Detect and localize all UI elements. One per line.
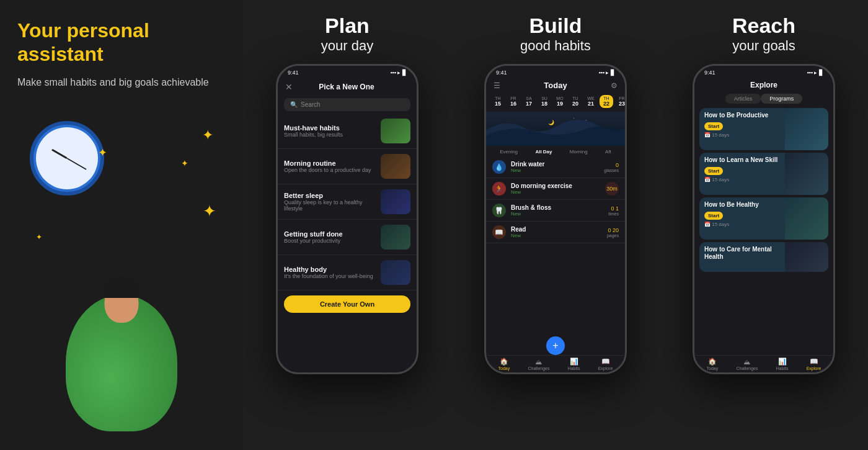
- sparkle-5: ✦: [36, 233, 42, 241]
- habit-item-4[interactable]: Healthy body It's the foundation of your…: [278, 255, 417, 290]
- habit-item-0[interactable]: Must-have habits Small habits, big resul…: [278, 114, 417, 149]
- date-cell-22[interactable]: TH22: [600, 95, 613, 108]
- phone2-content: ✕ Pick a New One 🔍 Search Must-have habi…: [278, 76, 417, 313]
- habit-name-4: Healthy body: [284, 266, 381, 273]
- exercise-new: New: [511, 189, 605, 195]
- close-icon[interactable]: ✕: [285, 82, 293, 92]
- date-cell-21[interactable]: WE21: [584, 95, 598, 108]
- signal-3: ▪▪▪ ▸ ▊: [598, 70, 615, 76]
- date-cell-15[interactable]: TH15: [491, 95, 505, 108]
- panel2-small: your day: [321, 38, 373, 54]
- date-cell-18[interactable]: SU18: [538, 95, 551, 108]
- nav-item-today[interactable]: 🏠Today: [498, 358, 510, 371]
- water-icon: 💧: [492, 160, 506, 174]
- nav-item-4-challenges[interactable]: ⛰Challenges: [736, 358, 758, 371]
- filter-evening[interactable]: Evening: [500, 149, 518, 155]
- habit-desc-3: Boost your productivity: [284, 238, 381, 244]
- search-bar[interactable]: 🔍 Search: [284, 98, 410, 111]
- nav-item-4-habits[interactable]: 📊Habits: [776, 358, 789, 371]
- water-count: 0: [604, 162, 619, 168]
- nav-item-habits[interactable]: 📊Habits: [568, 358, 580, 371]
- water-name: Drink water: [511, 161, 604, 168]
- habit-thumb-3: [381, 225, 410, 250]
- tab-articles[interactable]: Articles: [725, 94, 761, 104]
- signal-4: ▪▪▪ ▸ ▊: [807, 70, 823, 76]
- program-card-1[interactable]: How to Learn a New Skill Start 📅 15 days: [699, 153, 828, 195]
- read-new: New: [511, 233, 607, 238]
- time-4: 9:41: [704, 70, 715, 76]
- menu-icon[interactable]: ☰: [494, 81, 500, 90]
- date-row: TH15FR16SA17SU18MO19TU20WE21TH22FR23: [486, 92, 625, 110]
- svg-text:˄: ˄: [585, 120, 587, 124]
- panel3-big: Build: [520, 14, 591, 38]
- panel-build: Build good habits 9:41 ▪▪▪ ▸ ▊ ☰ Today ⚙…: [451, 0, 660, 450]
- habit-row-water[interactable]: 💧 Drink water New 0 glasses: [486, 156, 625, 178]
- prog-title-2: How to Be Healthy: [704, 201, 780, 209]
- signal-2: ▪▪▪ ▸ ▊: [390, 70, 407, 76]
- svg-text:🌙: 🌙: [548, 119, 554, 125]
- date-cell-20[interactable]: TU20: [569, 95, 582, 108]
- time-3: 9:41: [496, 70, 507, 76]
- prog-title-1: How to Learn a New Skill: [704, 156, 780, 164]
- program-card-0[interactable]: How to Be Productive Start 📅 15 days: [699, 108, 828, 150]
- date-cell-16[interactable]: FR16: [507, 95, 520, 108]
- panel-plan: Plan your day 9:41 ▪▪▪ ▸ ▊ ✕ Pick a New …: [243, 0, 451, 450]
- explore-tabs: Articles Programs: [694, 92, 833, 106]
- clock-icon: [30, 121, 104, 196]
- brush-icon: 🦷: [492, 204, 506, 217]
- panel4-title: Reach your goals: [732, 14, 795, 54]
- nav-item-explore[interactable]: 📖Explore: [598, 358, 613, 371]
- habit-desc-0: Small habits, big results: [284, 132, 381, 138]
- prog-img-0: [785, 108, 828, 150]
- nav-item-4-today[interactable]: 🏠Today: [707, 358, 719, 371]
- tab-programs[interactable]: Programs: [761, 94, 802, 104]
- phone-2: 9:41 ▪▪▪ ▸ ▊ ✕ Pick a New One 🔍 Search M…: [276, 64, 418, 374]
- habit-item-2[interactable]: Better sleep Quality sleep is key to a h…: [278, 184, 417, 220]
- program-card-2[interactable]: How to Be Healthy Start 📅 15 days: [699, 197, 828, 240]
- create-btn[interactable]: Create Your Own: [284, 295, 410, 313]
- bottom-nav-3: 🏠Today⛰Challenges📊Habits📖Explore: [486, 355, 625, 372]
- today-header: ☰ Today ⚙: [486, 78, 625, 92]
- prog-img-2: [785, 197, 828, 240]
- phone-notch-4: [736, 66, 792, 79]
- habit-item-1[interactable]: Morning routine Open the doors to a prod…: [278, 149, 417, 184]
- filter-morning[interactable]: Morning: [570, 149, 588, 155]
- habit-row-brush[interactable]: 🦷 Brush & floss New 0 1 times: [486, 200, 625, 222]
- date-cell-17[interactable]: SA17: [522, 95, 536, 108]
- habit-row-read[interactable]: 📖 Read New 0 20 pages: [486, 222, 625, 243]
- nav-item-4-explore[interactable]: 📖Explore: [807, 358, 822, 371]
- person-figure: [60, 214, 184, 431]
- brush-new: New: [511, 211, 608, 217]
- exercise-icon: 🏃: [492, 182, 506, 196]
- exercise-name: Do morning exercise: [511, 182, 605, 189]
- date-cell-19[interactable]: MO19: [553, 95, 567, 108]
- prog-img-3: [785, 242, 828, 272]
- start-badge-0[interactable]: Start: [704, 122, 723, 130]
- read-unit: pages: [607, 233, 619, 238]
- habit-row-exercise[interactable]: 🏃 Do morning exercise New 30m: [486, 178, 625, 200]
- prog-days-1: 📅 15 days: [704, 177, 780, 182]
- brush-name: Brush & floss: [511, 204, 608, 211]
- habit-thumb-2: [381, 189, 410, 214]
- read-name: Read: [511, 226, 607, 233]
- program-card-3[interactable]: How to Care for Mental Health: [699, 242, 828, 272]
- start-badge-2[interactable]: Start: [704, 212, 723, 220]
- filter-afternoon[interactable]: Aft: [605, 149, 611, 155]
- screen-title-2: Pick a New One: [319, 83, 374, 91]
- panel2-title: Plan your day: [321, 14, 373, 54]
- date-cell-23[interactable]: FR23: [615, 95, 625, 108]
- start-badge-1[interactable]: Start: [704, 167, 723, 175]
- exercise-count: 30m: [605, 182, 619, 196]
- nav-item-challenges[interactable]: ⛰Challenges: [528, 358, 549, 371]
- filter-allday[interactable]: All Day: [535, 149, 552, 155]
- settings-icon[interactable]: ⚙: [611, 81, 618, 90]
- time-filters: Evening All Day Morning Aft: [486, 147, 625, 156]
- add-habit-button[interactable]: +: [546, 336, 565, 355]
- panel1-illustration: ✦ ✦ ✦ ✦ ✦: [17, 109, 226, 431]
- prog-title-0: How to Be Productive: [704, 112, 780, 119]
- habit-item-3[interactable]: Getting stuff done Boost your productivi…: [278, 220, 417, 255]
- panel4-big: Reach: [732, 14, 795, 38]
- explore-title: Explore: [694, 78, 833, 92]
- today-title: Today: [544, 81, 567, 90]
- panel3-title: Build good habits: [520, 14, 591, 54]
